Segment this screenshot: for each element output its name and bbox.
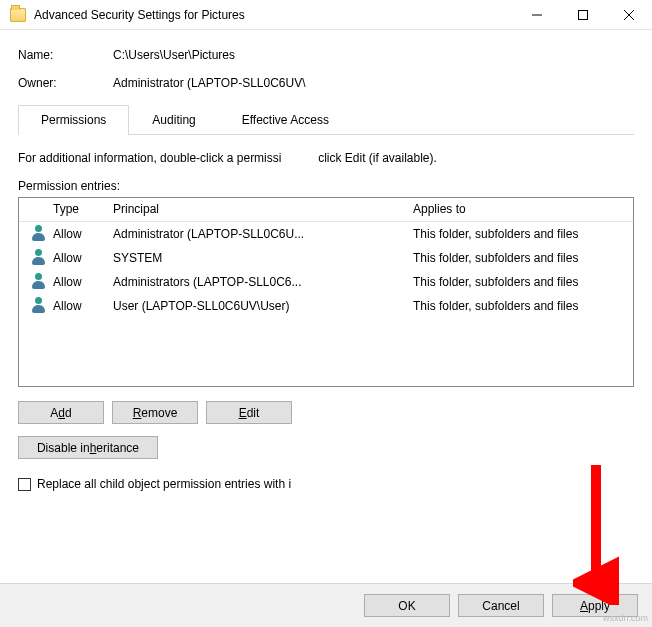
cell-type: Allow bbox=[47, 227, 107, 241]
tab-permissions[interactable]: Permissions bbox=[18, 105, 129, 135]
owner-value: Administrator (LAPTOP-SLL0C6UV\ bbox=[113, 76, 306, 90]
content-area: Name: C:\Users\User\Pictures Owner: Admi… bbox=[0, 30, 652, 491]
table-row[interactable]: AllowAdministrators (LAPTOP-SLL0C6...Thi… bbox=[19, 270, 633, 294]
folder-icon bbox=[10, 8, 26, 22]
close-button[interactable] bbox=[606, 0, 652, 30]
user-icon bbox=[31, 273, 47, 289]
entries-label: Permission entries: bbox=[18, 179, 634, 193]
grid-header: Type Principal Applies to bbox=[19, 198, 633, 222]
info-text: For additional information, double-click… bbox=[18, 151, 634, 165]
cell-applies: This folder, subfolders and files bbox=[407, 251, 633, 265]
table-row[interactable]: AllowUser (LAPTOP-SLL0C6UV\User)This fol… bbox=[19, 294, 633, 318]
user-icon bbox=[31, 225, 47, 241]
titlebar: Advanced Security Settings for Pictures bbox=[0, 0, 652, 30]
dialog-button-bar: OK Cancel Apply bbox=[0, 583, 652, 627]
col-header-type[interactable]: Type bbox=[47, 198, 107, 221]
remove-button[interactable]: Remove bbox=[112, 401, 198, 424]
maximize-button[interactable] bbox=[560, 0, 606, 30]
cell-principal: User (LAPTOP-SLL0C6UV\User) bbox=[107, 299, 367, 313]
replace-children-label: Replace all child object permission entr… bbox=[37, 477, 291, 491]
window-title: Advanced Security Settings for Pictures bbox=[34, 8, 514, 22]
cell-applies: This folder, subfolders and files bbox=[407, 299, 633, 313]
svg-rect-1 bbox=[579, 10, 588, 19]
tab-effective-access[interactable]: Effective Access bbox=[219, 105, 352, 135]
cell-type: Allow bbox=[47, 251, 107, 265]
table-row[interactable]: AllowAdministrator (LAPTOP-SLL0C6U...Thi… bbox=[19, 222, 633, 246]
edit-button[interactable]: Edit bbox=[206, 401, 292, 424]
cell-principal: Administrator (LAPTOP-SLL0C6U... bbox=[107, 227, 367, 241]
cell-principal: SYSTEM bbox=[107, 251, 367, 265]
cell-type: Allow bbox=[47, 299, 107, 313]
cell-applies: This folder, subfolders and files bbox=[407, 275, 633, 289]
disable-inheritance-button[interactable]: Disable inheritance bbox=[18, 436, 158, 459]
cell-type: Allow bbox=[47, 275, 107, 289]
minimize-button[interactable] bbox=[514, 0, 560, 30]
tab-strip: Permissions Auditing Effective Access bbox=[18, 104, 634, 135]
ok-button[interactable]: OK bbox=[364, 594, 450, 617]
add-button[interactable]: Add bbox=[18, 401, 104, 424]
name-label: Name: bbox=[18, 48, 113, 62]
watermark: wsxdn.com bbox=[603, 613, 648, 623]
cell-applies: This folder, subfolders and files bbox=[407, 227, 633, 241]
col-header-principal[interactable]: Principal bbox=[107, 198, 367, 221]
name-value: C:\Users\User\Pictures bbox=[113, 48, 235, 62]
table-row[interactable]: AllowSYSTEMThis folder, subfolders and f… bbox=[19, 246, 633, 270]
owner-label: Owner: bbox=[18, 76, 113, 90]
user-icon bbox=[31, 297, 47, 313]
replace-children-checkbox[interactable] bbox=[18, 478, 31, 491]
col-header-applies[interactable]: Applies to bbox=[407, 198, 633, 221]
user-icon bbox=[31, 249, 47, 265]
cell-principal: Administrators (LAPTOP-SLL0C6... bbox=[107, 275, 367, 289]
tab-auditing[interactable]: Auditing bbox=[129, 105, 218, 135]
cancel-button[interactable]: Cancel bbox=[458, 594, 544, 617]
permission-grid[interactable]: Type Principal Applies to AllowAdministr… bbox=[18, 197, 634, 387]
